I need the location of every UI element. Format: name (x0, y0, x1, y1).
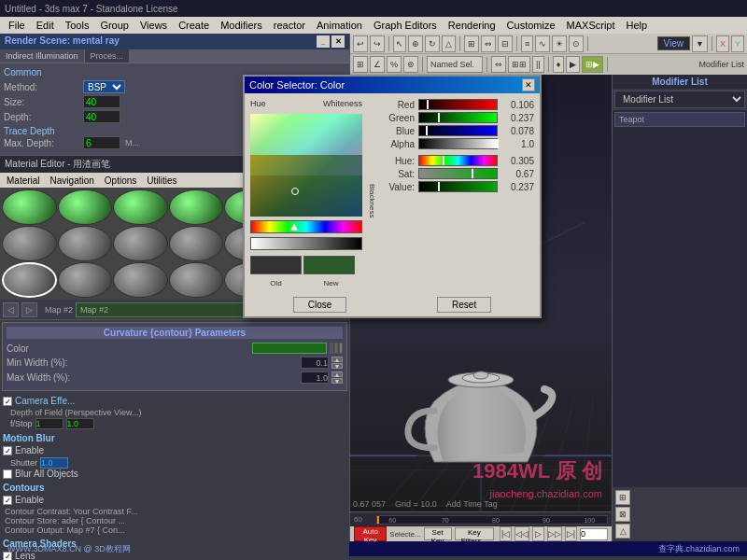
rs-size-input[interactable] (83, 95, 120, 108)
tb2-named-sel[interactable]: Named Sel. (427, 56, 483, 73)
pb-start[interactable]: |◁ (500, 526, 512, 541)
tb-undo[interactable]: ↩ (353, 35, 368, 52)
param-maxwidth-down[interactable]: ▼ (331, 378, 343, 384)
menu-tools[interactable]: Tools (61, 19, 94, 32)
green-slider[interactable] (418, 112, 498, 123)
dialog-close-button[interactable]: Close (293, 297, 347, 313)
alpha-slider[interactable] (418, 138, 498, 149)
tb-reference[interactable]: ⊞ (464, 35, 479, 52)
key-filters-btn[interactable]: Key Filters... (455, 527, 495, 540)
color-gradient-box[interactable] (250, 114, 362, 217)
color-dialog[interactable]: Color Selector: Color ✕ Hue Whiteness (243, 75, 542, 318)
menu-rendering[interactable]: Rendering (444, 19, 500, 32)
dialog-close-btn[interactable]: ✕ (522, 78, 535, 91)
tb-scale[interactable]: △ (442, 35, 456, 52)
tb-camera[interactable]: ⊙ (569, 35, 584, 52)
dialog-reset-button[interactable]: Reset (437, 297, 491, 313)
tb2-percent[interactable]: % (387, 56, 402, 73)
tb-align[interactable]: ⊟ (498, 35, 513, 52)
rs-depth-input[interactable] (83, 110, 120, 123)
tb2-render-scene[interactable]: ⊞▶ (582, 56, 603, 73)
tb-rotate[interactable]: ↻ (425, 35, 440, 52)
timeline-track[interactable]: 60 70 80 90 100 (376, 515, 608, 525)
param-minwidth-input[interactable] (301, 357, 329, 369)
mod-dropdown[interactable]: Modifier List (614, 91, 745, 108)
render-scene-close[interactable]: ✕ (331, 35, 345, 48)
tab-process[interactable]: Proces... (85, 49, 130, 63)
tb-move[interactable]: ⊕ (408, 35, 423, 52)
param-dot-1[interactable] (330, 343, 333, 354)
menu-help[interactable]: Help (622, 19, 653, 32)
mod-icon-2[interactable]: ⊠ (615, 507, 630, 522)
tb2-snap[interactable]: ⊞ (353, 56, 368, 73)
pb-prev[interactable]: ◁◁ (514, 526, 529, 541)
menu-animation[interactable]: Animation (312, 19, 367, 32)
menu-maxscript[interactable]: MAXScript (562, 19, 620, 32)
tab-indirect[interactable]: Indirect Illumination (0, 49, 85, 63)
mat-sphere-7[interactable] (2, 226, 57, 261)
menu-modifiers[interactable]: Modifiers (216, 19, 267, 32)
menu-file[interactable]: File (4, 19, 30, 32)
mat-sphere-3[interactable] (113, 189, 168, 225)
rs-maxdepth-input[interactable] (83, 136, 120, 149)
black-gradient[interactable] (250, 237, 362, 250)
mat-sphere-14[interactable] (58, 262, 113, 298)
tb-mirror[interactable]: ⇔ (481, 35, 496, 52)
hue2-slider[interactable] (418, 155, 498, 166)
pb-end[interactable]: ▷| (565, 526, 577, 541)
tb-x-axis[interactable]: X (716, 35, 729, 52)
mb-shutter-input[interactable] (40, 457, 68, 469)
mat-sphere-9[interactable] (113, 226, 168, 261)
menu-edit[interactable]: Edit (32, 19, 59, 32)
tb2-align2[interactable]: || (532, 56, 544, 73)
mat-sphere-15[interactable] (113, 262, 168, 298)
tb2-material[interactable]: ♦ (553, 56, 565, 73)
param-maxwidth-input[interactable] (301, 371, 329, 384)
mod-icon-3[interactable]: △ (615, 524, 630, 539)
mat-sphere-10[interactable] (169, 226, 224, 261)
step-input[interactable] (66, 418, 94, 429)
pb-next[interactable]: ▷▷ (547, 526, 562, 541)
blue-slider[interactable] (418, 125, 498, 136)
rs-method-dropdown[interactable]: BSP (83, 80, 125, 93)
menu-customize[interactable]: Customize (502, 19, 560, 32)
menu-group[interactable]: Group (95, 19, 134, 32)
menu-create[interactable]: Create (174, 19, 214, 32)
param-color-swatch[interactable] (252, 343, 327, 354)
param-minwidth-down[interactable]: ▼ (331, 363, 343, 369)
cnt-enable-checkbox[interactable] (3, 496, 12, 505)
mat-sphere-8[interactable] (58, 226, 113, 261)
red-slider[interactable] (418, 99, 498, 110)
mat-menu-utilities[interactable]: Utilities (143, 175, 180, 187)
param-dot-2[interactable] (334, 343, 338, 354)
tb2-render-last[interactable]: ▶ (566, 56, 580, 73)
mat-sphere-16[interactable] (169, 262, 224, 298)
mat-nav-next[interactable]: ▷ (21, 302, 37, 317)
param-dot-3[interactable] (339, 343, 343, 354)
fstop-input[interactable] (35, 418, 63, 429)
mod-stack-item-1[interactable]: Teapot (614, 112, 745, 127)
mb-blurallobjects-checkbox[interactable] (3, 469, 12, 479)
tb2-angle-snap[interactable]: ∠ (370, 56, 385, 73)
menu-views[interactable]: Views (135, 19, 172, 32)
param-minwidth-up[interactable]: ▲ (331, 357, 343, 362)
menu-graph-editors[interactable]: Graph Editors (369, 19, 442, 32)
tb-light[interactable]: ☀ (552, 35, 567, 52)
camera-effects-checkbox[interactable] (3, 397, 12, 406)
pb-play[interactable]: ▷ (532, 526, 544, 541)
mat-sphere-13[interactable] (2, 262, 57, 298)
set-key-btn[interactable]: Set Key (424, 527, 452, 540)
tb-view-options[interactable]: ▼ (692, 35, 708, 52)
sat-slider[interactable] (418, 168, 498, 179)
tb-select[interactable]: ↖ (393, 35, 406, 52)
frame-input[interactable] (580, 528, 608, 540)
tb2-mirror2[interactable]: ⇔ (491, 56, 506, 73)
mat-menu-material[interactable]: Material (3, 175, 44, 187)
val-slider[interactable] (418, 181, 498, 192)
mat-sphere-4[interactable] (169, 189, 224, 225)
add-time-tag[interactable]: Add Time Tag (446, 499, 498, 509)
param-maxwidth-up[interactable]: ▲ (331, 371, 343, 377)
mat-menu-navigation[interactable]: Navigation (47, 175, 98, 187)
tb2-spinner[interactable]: ⊚ (403, 56, 418, 73)
tb-curve[interactable]: ∿ (535, 35, 550, 52)
